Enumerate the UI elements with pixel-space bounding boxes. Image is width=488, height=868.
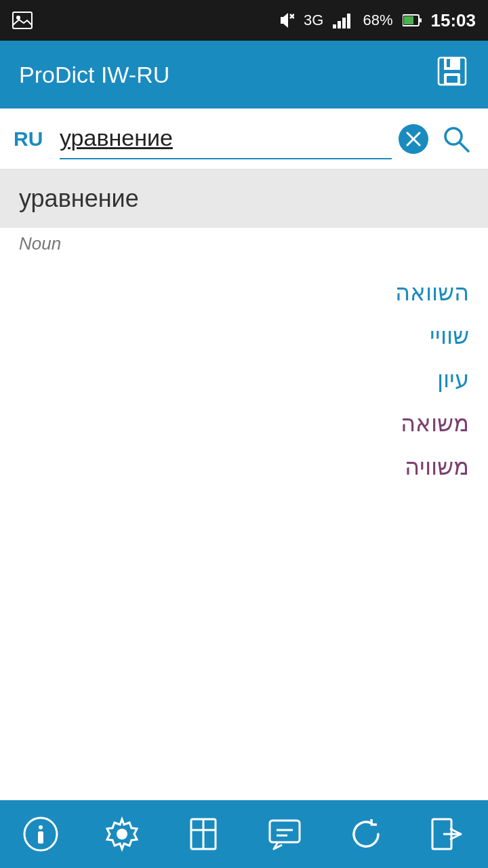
chat-button[interactable]	[254, 810, 315, 858]
translation-item: עיון	[437, 357, 469, 401]
bottom-nav	[0, 800, 488, 868]
svg-rect-16	[447, 59, 450, 67]
info-button[interactable]	[10, 810, 71, 858]
bookmark-button[interactable]	[173, 810, 234, 858]
translation-item: השוואה	[395, 271, 469, 314]
content-area: уравнение Noun השוואה שוויי עיון משואה מ…	[0, 170, 488, 821]
svg-rect-7	[342, 18, 346, 28]
svg-rect-11	[420, 18, 422, 22]
app-title: ProDict IW-RU	[19, 62, 169, 88]
translation-item: שוויי	[430, 314, 469, 357]
network-label: 3G	[304, 12, 323, 29]
battery-label: 68%	[363, 12, 392, 29]
translations-list: השוואה שוויי עיון משואה משוויה	[0, 264, 488, 495]
search-input[interactable]	[60, 125, 392, 151]
exit-button[interactable]	[417, 810, 478, 858]
search-input-wrapper	[60, 119, 392, 159]
svg-point-1	[16, 16, 20, 20]
clear-button[interactable]	[399, 124, 428, 154]
word-header: уравнение	[0, 170, 488, 228]
translation-item: משוויה	[405, 445, 469, 488]
search-bar: RU	[0, 108, 488, 170]
refresh-button[interactable]	[336, 810, 396, 858]
svg-rect-15	[447, 76, 458, 83]
svg-rect-0	[13, 12, 32, 28]
mute-icon	[278, 11, 294, 30]
settings-button[interactable]	[92, 810, 152, 858]
image-icon	[12, 12, 33, 29]
app-bar: ProDict IW-RU	[0, 41, 488, 108]
battery-icon	[403, 14, 422, 27]
svg-rect-13	[444, 58, 460, 70]
svg-rect-6	[338, 21, 341, 28]
svg-line-20	[460, 142, 468, 151]
language-label[interactable]: RU	[14, 127, 47, 151]
svg-point-24	[117, 829, 127, 840]
svg-rect-5	[333, 24, 336, 28]
translation-item: משואה	[401, 401, 469, 445]
svg-rect-8	[347, 14, 350, 28]
status-bar: 3G 68% 15:03	[0, 0, 488, 41]
search-button[interactable]	[438, 121, 474, 157]
svg-marker-2	[281, 13, 288, 28]
svg-point-22	[39, 825, 43, 829]
svg-rect-28	[270, 821, 300, 842]
svg-rect-10	[404, 16, 413, 24]
status-time: 15:03	[431, 10, 476, 31]
svg-rect-23	[38, 831, 43, 844]
headword: уравнение	[19, 184, 139, 212]
signal-icon	[333, 12, 353, 28]
part-of-speech: Noun	[0, 228, 488, 264]
save-icon[interactable]	[435, 54, 469, 95]
